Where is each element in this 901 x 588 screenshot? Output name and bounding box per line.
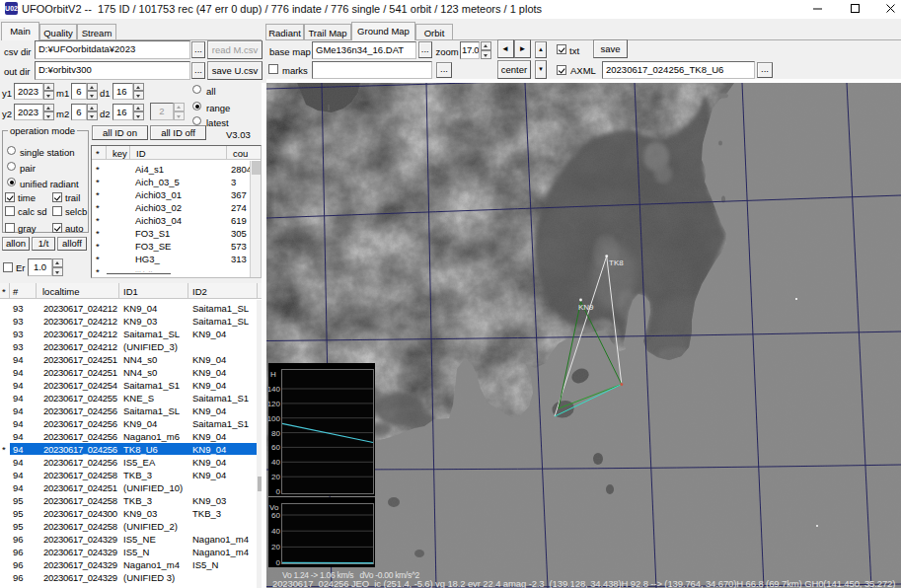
svg-text:20: 20: [271, 473, 280, 481]
svg-text:40: 40: [271, 527, 280, 536]
svg-text:140: 140: [268, 385, 281, 394]
svg-text:H: H: [270, 370, 276, 379]
svg-text:0: 0: [276, 558, 281, 567]
svg-text:100: 100: [268, 414, 281, 423]
svg-text:120: 120: [268, 400, 281, 408]
svg-text:60: 60: [271, 443, 280, 452]
svg-text:80: 80: [271, 429, 280, 438]
svg-text:20: 20: [271, 543, 280, 551]
svg-text:0: 0: [276, 487, 281, 496]
svg-text:KN9: KN9: [578, 303, 594, 312]
svg-text:TK8: TK8: [609, 258, 624, 267]
svg-text:40: 40: [271, 458, 280, 467]
svg-text:60: 60: [271, 511, 280, 520]
